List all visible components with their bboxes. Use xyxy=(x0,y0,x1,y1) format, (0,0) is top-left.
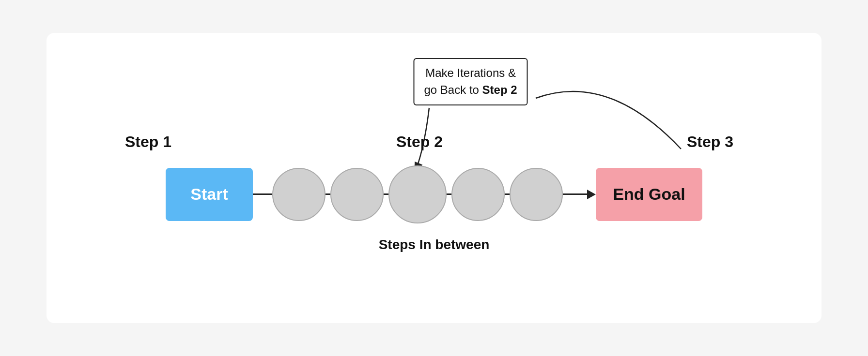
step-labels-row: Step 1 Step 2 Step 3 xyxy=(46,133,822,151)
connector-2 xyxy=(326,193,330,195)
arrow-line xyxy=(563,193,587,195)
start-box: Start xyxy=(166,168,253,221)
steps-in-between-label: Steps In between xyxy=(379,237,490,252)
circle-node-5 xyxy=(510,168,563,221)
annotation-bold: Step 2 xyxy=(482,83,517,96)
start-label: Start xyxy=(190,185,228,204)
annotation-line2: go Back to xyxy=(424,83,482,96)
end-goal-label: End Goal xyxy=(613,184,685,204)
connector-4 xyxy=(447,193,451,195)
circle-node-3 xyxy=(388,165,447,223)
end-goal-box: End Goal xyxy=(596,168,702,221)
main-diagram: Make Iterations & go Back to Step 2 Step… xyxy=(46,33,822,323)
circle-node-4 xyxy=(451,168,505,221)
step2-label: Step 2 xyxy=(396,133,443,150)
connector-5 xyxy=(505,193,510,195)
annotation-callout: Make Iterations & go Back to Step 2 xyxy=(414,58,528,105)
circle-node-1 xyxy=(272,168,326,221)
step1-label: Step 1 xyxy=(125,133,171,150)
connector-arrow xyxy=(563,190,596,199)
step3-label: Step 3 xyxy=(687,133,733,150)
flow-row: Start End Goal Steps In xyxy=(46,165,822,223)
connector-3 xyxy=(384,193,388,195)
circle-node-2 xyxy=(330,168,384,221)
annotation-line1: Make Iterations & xyxy=(425,66,516,79)
connector-1 xyxy=(253,193,272,195)
arrowhead-icon xyxy=(587,190,596,199)
